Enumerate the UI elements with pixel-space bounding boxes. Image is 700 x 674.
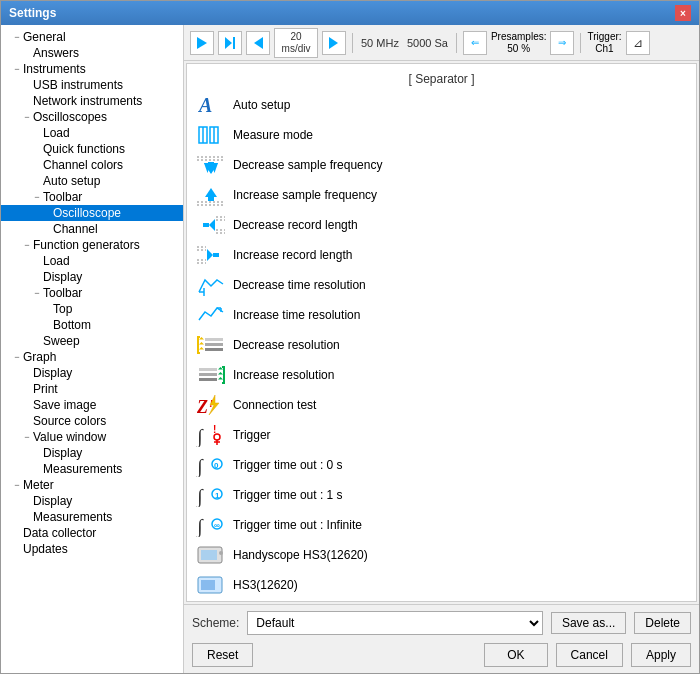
presamples-right-button[interactable]: ⇒ (550, 31, 574, 55)
list-item-decrease-record-length[interactable]: Decrease record length (187, 210, 696, 240)
trigger-icon-button[interactable]: ⊿ (626, 31, 650, 55)
close-button[interactable]: × (675, 5, 691, 21)
list-item-increase-sample-freq[interactable]: Increase sample frequency (187, 180, 696, 210)
sidebar-item-label-vw-measurements: Measurements (43, 462, 122, 476)
sidebar-item-label-graph-display: Display (33, 366, 72, 380)
svg-rect-68 (201, 580, 215, 590)
sidebar-item-vw-display[interactable]: Display (1, 445, 183, 461)
presamples-left-button[interactable]: ⇐ (463, 31, 487, 55)
list-item-connection-test[interactable]: Z ! Connection test (187, 390, 696, 420)
sidebar-item-oscilloscopes[interactable]: −Oscilloscopes (1, 109, 183, 125)
sidebar-item-fg-bottom[interactable]: Bottom (1, 317, 183, 333)
sidebar-item-instruments[interactable]: −Instruments (1, 61, 183, 77)
save-as-button[interactable]: Save as... (551, 612, 626, 634)
sidebar-item-quick-functions[interactable]: Quick functions (1, 141, 183, 157)
list-item-decrease-time-resolution[interactable]: Decrease time resolution (187, 270, 696, 300)
sidebar-item-label-channel: Channel (53, 222, 98, 236)
bottom-bar: Scheme: Default Save as... Delete Reset … (184, 604, 699, 673)
list-item-trigger[interactable]: ∫ ! Trigger (187, 420, 696, 450)
sidebar-item-fg-display[interactable]: Display (1, 269, 183, 285)
increase-record-length-label: Increase record length (233, 248, 352, 262)
sidebar-item-general[interactable]: −General (1, 29, 183, 45)
decrease-record-length-icon (195, 213, 227, 237)
sidebar-item-auto-setup[interactable]: Auto setup (1, 173, 183, 189)
sidebar-item-meter-measurements[interactable]: Measurements (1, 509, 183, 525)
sidebar-item-updates[interactable]: Updates (1, 541, 183, 557)
sidebar-item-value-window[interactable]: −Value window (1, 429, 183, 445)
apply-button[interactable]: Apply (631, 643, 691, 667)
sidebar-item-label-oscilloscopes: Oscilloscopes (33, 110, 107, 124)
list-item-trigger-timeout-1[interactable]: ∫ 1 Trigger time out : 1 s (187, 480, 696, 510)
svg-marker-46 (218, 372, 223, 375)
sidebar-item-label-sweep: Sweep (43, 334, 80, 348)
play-button[interactable] (190, 31, 214, 55)
sidebar-item-label-fg-top: Top (53, 302, 72, 316)
sidebar-item-sweep[interactable]: Sweep (1, 333, 183, 349)
sidebar-item-graph-print[interactable]: Print (1, 381, 183, 397)
list-item-handyscope[interactable]: Handyscope HS3(12620) (187, 540, 696, 570)
sidebar-item-fg-top[interactable]: Top (1, 301, 183, 317)
sidebar-item-toolbar[interactable]: −Toolbar (1, 189, 183, 205)
sidebar-item-label-fg-display: Display (43, 270, 82, 284)
list-item-increase-resolution[interactable]: Increase resolution (187, 360, 696, 390)
scheme-select[interactable]: Default (247, 611, 543, 635)
reset-button[interactable]: Reset (192, 643, 253, 667)
sidebar-item-usb-instruments[interactable]: USB instruments (1, 77, 183, 93)
increase-resolution-icon (195, 363, 227, 387)
list-item-increase-time-resolution[interactable]: Increase time resolution (187, 300, 696, 330)
scheme-label: Scheme: (192, 616, 239, 630)
svg-text:A: A (197, 94, 212, 116)
auto-setup-icon: A (195, 93, 227, 117)
svg-marker-47 (218, 377, 223, 380)
svg-marker-40 (199, 342, 204, 345)
sidebar-item-label-updates: Updates (23, 542, 68, 556)
sidebar-item-fg-toolbar[interactable]: −Toolbar (1, 285, 183, 301)
sidebar-item-label-answers: Answers (33, 46, 79, 60)
list-item-decrease-resolution[interactable]: Decrease resolution (187, 330, 696, 360)
sidebar-item-source-colors[interactable]: Source colors (1, 413, 183, 429)
right-arrow-button[interactable] (322, 31, 346, 55)
sidebar-item-osc-load[interactable]: Load (1, 125, 183, 141)
svg-text:!: ! (213, 424, 216, 435)
svg-marker-0 (197, 37, 207, 49)
sidebar-item-channel[interactable]: Channel (1, 221, 183, 237)
scheme-row: Scheme: Default Save as... Delete (192, 611, 691, 635)
ok-button[interactable]: OK (484, 643, 547, 667)
increase-time-resolution-icon (195, 303, 227, 327)
sidebar-item-graph[interactable]: −Graph (1, 349, 183, 365)
list-item-auto-setup[interactable]: A Auto setup (187, 90, 696, 120)
list-item-hs3[interactable]: HS3(12620) (187, 570, 696, 600)
sidebar-item-graph-display[interactable]: Display (1, 365, 183, 381)
sidebar-item-label-usb-instruments: USB instruments (33, 78, 123, 92)
sidebar-item-channel-colors[interactable]: Channel colors (1, 157, 183, 173)
sidebar-item-label-save-image: Save image (33, 398, 96, 412)
sidebar-item-network-instruments[interactable]: Network instruments (1, 93, 183, 109)
list-item-decrease-sample-freq[interactable]: Decrease sample frequency (187, 150, 696, 180)
sidebar-item-meter-display[interactable]: Display (1, 493, 183, 509)
list-item-measure-mode[interactable]: Measure mode (187, 120, 696, 150)
cancel-button[interactable]: Cancel (556, 643, 623, 667)
sidebar-item-data-collector[interactable]: Data collector (1, 525, 183, 541)
list-item-trigger-timeout-inf[interactable]: ∫ ∞ Trigger time out : Infinite (187, 510, 696, 540)
step-button[interactable] (218, 31, 242, 55)
connection-test-icon: Z ! (195, 393, 227, 417)
list-item-trigger-timeout-0[interactable]: ∫ 0 Trigger time out : 0 s (187, 450, 696, 480)
measure-mode-label: Measure mode (233, 128, 313, 142)
sidebar-item-answers[interactable]: Answers (1, 45, 183, 61)
left-arrow-button[interactable] (246, 31, 270, 55)
separator3 (580, 33, 581, 53)
svg-marker-21 (209, 219, 215, 231)
svg-rect-18 (208, 196, 214, 201)
sidebar-item-oscilloscope[interactable]: Oscilloscope (1, 205, 183, 221)
trigger-timeout-0-label: Trigger time out : 0 s (233, 458, 343, 472)
svg-rect-65 (201, 550, 217, 560)
list-item-increase-record-length[interactable]: Increase record length (187, 240, 696, 270)
sidebar-item-meter[interactable]: −Meter (1, 477, 183, 493)
delete-button[interactable]: Delete (634, 612, 691, 634)
svg-rect-22 (203, 223, 209, 227)
sidebar-item-function-generators[interactable]: −Function generators (1, 237, 183, 253)
sidebar-item-save-image[interactable]: Save image (1, 397, 183, 413)
sidebar-item-fg-load[interactable]: Load (1, 253, 183, 269)
trigger-icon: ∫ ! (195, 423, 227, 447)
sidebar-item-vw-measurements[interactable]: Measurements (1, 461, 183, 477)
